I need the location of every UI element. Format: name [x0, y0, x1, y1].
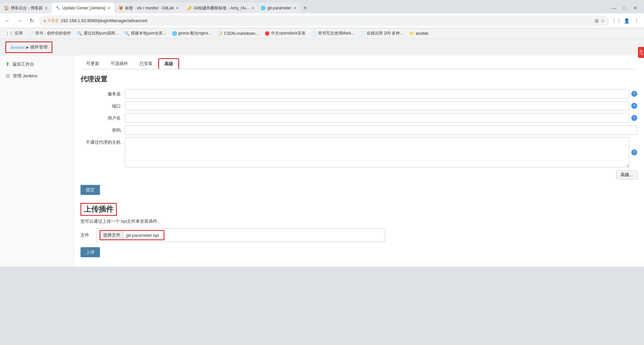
advanced-button[interactable]: 高级...: [616, 170, 637, 180]
side-notification-badge[interactable]: 4/7: [638, 47, 644, 58]
file-name-display: git-parameter.hpi: [123, 231, 164, 239]
port-help-icon[interactable]: ?: [631, 103, 637, 109]
username-help-icon[interactable]: ?: [631, 115, 637, 121]
tab-label-2: Update Center [Jenkins]: [62, 6, 106, 10]
bookmark-jpress[interactable]: 🌐 jpress-配合nginx...: [169, 29, 214, 37]
extensions-icon[interactable]: ⋮⋮: [612, 16, 621, 25]
port-label: 端口: [80, 101, 121, 109]
tab-label-4: Git创建和删除标签 - Amy_Hu...: [194, 5, 249, 11]
username-input[interactable]: [125, 113, 629, 123]
bookmark-ansible[interactable]: 📁 ansible: [407, 30, 431, 37]
bookmark-online-label: 在线试用 200 多种...: [367, 30, 403, 36]
server-help-icon[interactable]: ?: [631, 91, 637, 97]
bookmark-yum[interactable]: 🔍 通过自制yum源商...: [74, 29, 121, 37]
csdn-icon: 📝: [218, 31, 223, 36]
refresh-button[interactable]: ↻: [27, 16, 36, 25]
tab-gitlab[interactable]: 🦊 标签 · xts / monitor · GitLab ✕: [114, 3, 183, 13]
tab-advanced[interactable]: 高级: [158, 58, 179, 69]
tab-favicon-2: 🔧: [56, 6, 60, 10]
url-text: 192.168.1.62:8080/pluginManager/advanced: [61, 18, 147, 23]
upload-section-title: 上传插件: [80, 203, 117, 216]
ansible-icon: 📁: [409, 31, 414, 36]
bookmark-yum2-label: 搭建本地yum仓库...: [131, 30, 166, 36]
sidebar: ⬆ 返回工作台 ⚙ 管理 Jenkins: [0, 56, 74, 267]
file-input-container: 选择文件 git-parameter.hpi: [97, 228, 385, 242]
plugin-tabs: 可更新 可选插件 已安装 高级: [80, 56, 637, 69]
username-label: 用户名: [80, 113, 121, 121]
bookmark-csdn-label: CSDN-markdown...: [224, 31, 259, 36]
minimize-button[interactable]: —: [609, 3, 619, 13]
sidebar-item-manage-label: 管理 Jenkins: [13, 73, 38, 79]
breadcrumb-current: 插件管理: [30, 44, 48, 50]
tab-updatable[interactable]: 可更新: [80, 58, 105, 69]
tab-jenkins[interactable]: 🔧 Update Center [Jenkins] ✕: [52, 3, 115, 13]
advanced-section: 高级...: [80, 170, 637, 180]
upload-section: 上传插件 您可以通过上传一个.hpi文件来安装插件。 文件 选择文件 git-p…: [80, 198, 637, 260]
port-input-wrap: ?: [125, 101, 637, 111]
url-bar[interactable]: ▲ 不安全 192.168.1.62:8080/pluginManager/ad…: [39, 15, 609, 26]
profile-icon[interactable]: 👤: [622, 16, 631, 25]
proxy-section-title: 代理设置: [80, 75, 637, 84]
tab-git-parameter[interactable]: 🌐 git-parameter ✕: [257, 3, 300, 13]
noproxy-input-wrap: ?: [125, 137, 637, 167]
tab-favicon-3: 🦊: [118, 6, 123, 10]
bookmark-openstack[interactable]: 🔴 中文openstack安装: [262, 29, 308, 37]
sidebar-item-back[interactable]: ⬆ 返回工作台: [0, 58, 73, 70]
tab-blogyard[interactable]: 🏠 博客后台 - 博客园 ✕: [0, 3, 52, 13]
password-input[interactable]: [125, 125, 637, 135]
tab-favicon-4: 🔑: [187, 6, 192, 10]
submit-button[interactable]: 提交: [80, 185, 100, 195]
tab-close-5[interactable]: ✕: [293, 6, 297, 10]
tab-close-4[interactable]: ✕: [251, 6, 254, 10]
port-input[interactable]: [125, 101, 629, 111]
bookmark-csdn[interactable]: 📝 CSDN-markdown...: [215, 30, 261, 37]
server-input[interactable]: [125, 89, 629, 98]
tab-label-5: git-parameter: [267, 6, 291, 10]
tab-bar: 🏠 博客后台 - 博客园 ✕ 🔧 Update Center [Jenkins]…: [0, 0, 644, 13]
password-input-wrap: [125, 125, 637, 135]
back-button[interactable]: ←: [3, 16, 12, 25]
close-button[interactable]: ✕: [631, 3, 640, 13]
tab-close-1[interactable]: ✕: [45, 6, 48, 10]
bookmark-jianshu[interactable]: 📄 简书 - 创作你的创作: [26, 29, 74, 37]
bookmark-openstack-label: 中文openstack安装: [271, 30, 306, 36]
menu-icon[interactable]: ⋮: [632, 16, 641, 25]
translate-icon[interactable]: ⊞: [595, 18, 599, 23]
sidebar-item-manage[interactable]: ⚙ 管理 Jenkins: [0, 70, 73, 82]
bookmark-jianshu-label: 简书 - 创作你的创作: [35, 30, 71, 36]
bookmark-online[interactable]: 📄 在线试用 200 多种...: [358, 29, 406, 37]
browser-action-buttons: ⋮⋮ 👤 ⋮: [612, 16, 641, 25]
new-tab-button[interactable]: +: [301, 3, 310, 13]
tab-available[interactable]: 可选插件: [105, 58, 134, 69]
file-label: 文件: [80, 232, 94, 238]
apps-icon: ⋮⋮: [5, 31, 13, 36]
form-row-noproxy: 不通过代理的主机 ?: [80, 137, 637, 167]
address-bar: ← → ↻ ▲ 不安全 192.168.1.62:8080/pluginMana…: [0, 13, 644, 28]
tab-label-3: 标签 · xts / monitor · GitLab: [125, 5, 174, 11]
tab-git-tags[interactable]: 🔑 Git创建和删除标签 - Amy_Hu... ✕: [183, 3, 257, 13]
choose-file-button[interactable]: 选择文件: [100, 231, 123, 239]
bookmark-jianshu2[interactable]: 📄 简书写文使用Mark...: [309, 29, 357, 37]
jianshu-icon: 📄: [29, 31, 34, 36]
bookmark-star-icon[interactable]: ☆: [601, 18, 605, 23]
tab-close-3[interactable]: ✕: [176, 6, 179, 10]
breadcrumb-jenkins-link[interactable]: Jenkins: [10, 45, 25, 50]
url-action-icons: ⊞ ☆: [595, 18, 605, 23]
noproxy-help-icon[interactable]: ?: [631, 149, 637, 155]
maximize-button[interactable]: □: [620, 3, 629, 13]
forward-button[interactable]: →: [15, 16, 24, 25]
bookmark-apps[interactable]: ⋮⋮ 应用: [3, 29, 25, 37]
bookmark-yum2[interactable]: 🔍 搭建本地yum仓库...: [122, 29, 169, 37]
tab-installed[interactable]: 已安装: [134, 58, 158, 69]
back-icon: ⬆: [5, 61, 10, 67]
upload-button[interactable]: 上传: [80, 247, 100, 257]
form-row-server: 服务器 ?: [80, 89, 637, 98]
form-row-username: 用户名 ?: [80, 113, 637, 123]
sidebar-item-back-label: 返回工作台: [12, 61, 34, 67]
noproxy-label: 不通过代理的主机: [80, 137, 121, 145]
tab-close-2[interactable]: ✕: [107, 6, 110, 10]
server-label: 服务器: [80, 89, 121, 97]
noproxy-textarea[interactable]: [125, 137, 629, 167]
breadcrumb-separator: ▶: [26, 45, 29, 50]
page-wrapper: Jenkins ▶ 插件管理 ⬆ 返回工作台 ⚙ 管理 Jenkins: [0, 39, 644, 267]
